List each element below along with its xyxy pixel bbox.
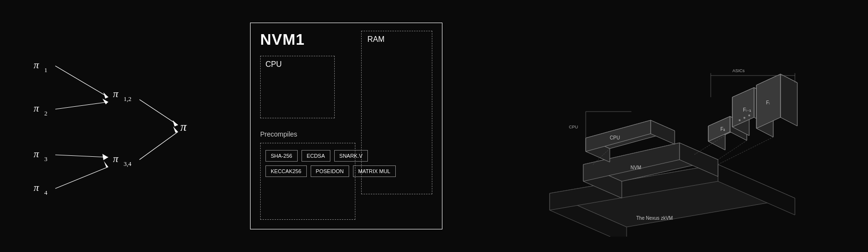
svg-line-0 [55, 66, 108, 97]
svg-text:4: 4 [44, 189, 48, 196]
svg-marker-34 [651, 120, 675, 144]
nvm-label: NVM [630, 165, 641, 170]
chip-poseidon: POSEIDON [311, 165, 349, 177]
precompile-row-1: SHA-256 ECDSA SNARK.V [265, 150, 350, 162]
cpu-bracket-label: CPU [569, 125, 578, 129]
center-panel: NVM1 RAM CPU Precompiles SHA-256 ECDSA S… [250, 23, 442, 229]
chip-ecdsa: ECDSA [302, 150, 330, 162]
precompile-row-2: KECCAK256 POSEIDON MATRIX MUL [265, 165, 350, 177]
cpu-label: CPU [265, 60, 282, 69]
chip-matrixmul: MATRIX MUL [353, 165, 396, 177]
cpu-box: CPU [260, 56, 335, 118]
svg-line-8 [139, 100, 178, 125]
svg-marker-1 [103, 92, 108, 99]
chip-snarkv: SNARK.V [334, 150, 368, 162]
cpu-label-right: CPU [610, 135, 620, 140]
svg-text:π: π [34, 148, 39, 160]
svg-text:π: π [180, 120, 187, 134]
right-panel: .arch-text { fill: #cccccc; font-family:… [452, 0, 868, 252]
svg-marker-3 [102, 99, 108, 104]
svg-marker-7 [104, 161, 108, 167]
precompiles-section: Precompiles SHA-256 ECDSA SNARK.V KECCAK… [260, 130, 355, 219]
svg-text:π: π [34, 181, 39, 193]
fi2-label: Fᵢ [766, 100, 770, 105]
nexus-zkvm-label: The Nexus zkVM [636, 215, 673, 221]
svg-point-49 [739, 119, 741, 121]
svg-text:π: π [113, 88, 119, 100]
precompiles-title: Precompiles [260, 130, 355, 138]
svg-text:1: 1 [44, 66, 48, 74]
architecture-diagram: .arch-text { fill: #cccccc; font-family:… [511, 15, 809, 237]
chip-keccak256: KECCAK256 [265, 165, 307, 177]
ram-label: RAM [367, 35, 385, 44]
svg-text:3: 3 [44, 155, 48, 163]
svg-marker-11 [173, 126, 178, 133]
tree-svg: π 1 π 2 π 3 π 4 π 1,2 π 3,4 π [19, 35, 221, 217]
nvm1-title: NVM1 [260, 31, 305, 49]
asics-label: ASICs [732, 68, 745, 73]
svg-text:1,2: 1,2 [124, 95, 131, 102]
svg-text:2: 2 [44, 110, 48, 117]
left-panel: π 1 π 2 π 3 π 4 π 1,2 π 3,4 π [0, 0, 240, 252]
svg-text:π: π [34, 102, 39, 114]
svg-text:π: π [34, 59, 39, 71]
precompiles-border: SHA-256 ECDSA SNARK.V KECCAK256 POSEIDON… [260, 143, 355, 220]
svg-text:π: π [113, 152, 119, 164]
svg-point-51 [748, 114, 750, 116]
svg-line-2 [55, 102, 108, 109]
tree-container: π 1 π 2 π 3 π 4 π 1,2 π 3,4 π [19, 35, 221, 217]
svg-marker-9 [173, 120, 178, 126]
main-container: π 1 π 2 π 3 π 4 π 1,2 π 3,4 π [0, 0, 868, 252]
f2-label: F₂ [720, 126, 725, 132]
svg-line-4 [55, 155, 108, 157]
chip-sha256: SHA-256 [265, 150, 298, 162]
svg-line-6 [55, 167, 108, 189]
svg-marker-5 [102, 154, 108, 160]
svg-point-50 [743, 117, 745, 119]
fi1-label: Fᵢ₋₁ [743, 107, 751, 113]
svg-text:3,4: 3,4 [124, 160, 132, 167]
svg-line-10 [139, 132, 178, 160]
